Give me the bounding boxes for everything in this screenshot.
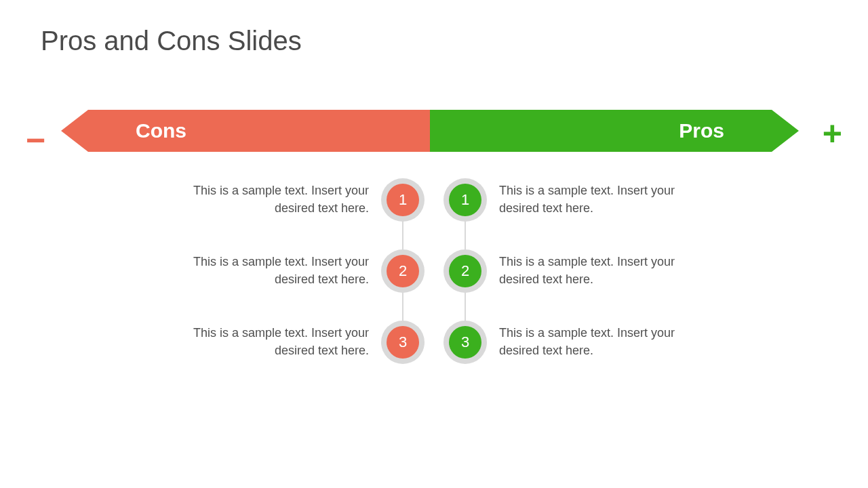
arrow-bar: Cons Pros xyxy=(88,110,772,152)
pros-item: 3 This is a sample text. Insert your des… xyxy=(443,306,701,378)
slide-title: Pros and Cons Slides xyxy=(41,26,302,56)
pros-item: 1 This is a sample text. Insert your des… xyxy=(443,164,701,235)
badge-outer: 1 xyxy=(443,178,487,222)
pros-item-text: This is a sample text. Insert your desir… xyxy=(487,253,701,287)
number-badge-icon: 2 xyxy=(449,255,481,287)
plus-icon: + xyxy=(823,117,842,150)
cons-item-text: This is a sample text. Insert your desir… xyxy=(167,253,381,287)
pros-arrow: Pros xyxy=(430,110,772,152)
cons-arrow: Cons xyxy=(88,110,430,152)
cons-item-text: This is a sample text. Insert your desir… xyxy=(167,182,381,216)
number-badge-icon: 2 xyxy=(387,255,419,287)
pros-item-text: This is a sample text. Insert your desir… xyxy=(487,325,701,359)
badge-outer: 2 xyxy=(381,249,425,293)
cons-item: 3 This is a sample text. Insert your des… xyxy=(167,306,425,378)
cons-item-text: This is a sample text. Insert your desir… xyxy=(167,325,381,359)
badge-outer: 3 xyxy=(381,321,425,364)
badge-outer: 1 xyxy=(381,178,425,222)
badge-outer: 2 xyxy=(443,249,487,293)
cons-item: 2 This is a sample text. Insert your des… xyxy=(167,235,425,306)
number-badge-icon: 1 xyxy=(387,184,419,216)
content-columns: 1 This is a sample text. Insert your des… xyxy=(0,164,868,378)
pros-item: 2 This is a sample text. Insert your des… xyxy=(443,235,701,306)
number-badge-icon: 1 xyxy=(449,184,481,216)
pros-label: Pros xyxy=(679,119,724,142)
number-badge-icon: 3 xyxy=(449,326,481,359)
cons-column: 1 This is a sample text. Insert your des… xyxy=(167,164,425,378)
pros-item-text: This is a sample text. Insert your desir… xyxy=(487,182,701,216)
minus-icon: − xyxy=(26,123,45,157)
cons-label: Cons xyxy=(136,119,186,142)
pros-column: 1 This is a sample text. Insert your des… xyxy=(443,164,701,378)
number-badge-icon: 3 xyxy=(387,326,419,359)
cons-item: 1 This is a sample text. Insert your des… xyxy=(167,164,425,235)
badge-outer: 3 xyxy=(443,321,487,364)
